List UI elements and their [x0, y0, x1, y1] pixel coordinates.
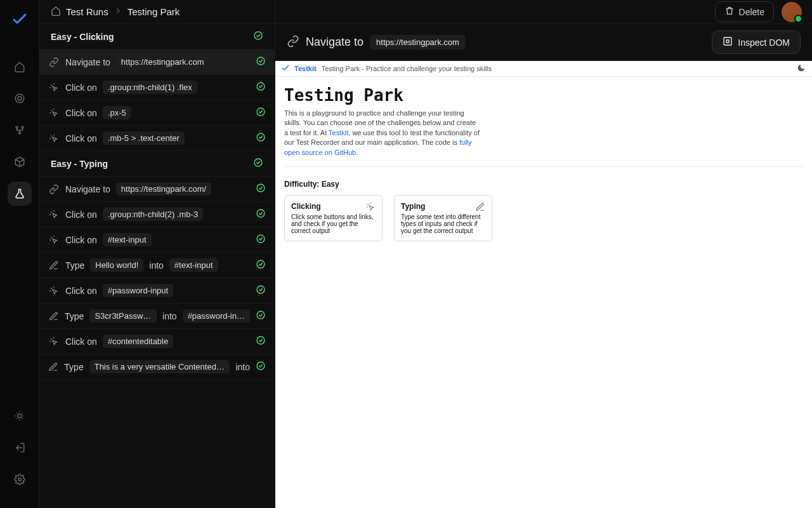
nav-flask-icon[interactable]: [8, 182, 32, 206]
step-row[interactable]: Click on.px-5: [39, 100, 275, 126]
step-group-header[interactable]: Easy - Typing: [39, 151, 275, 177]
click-icon: [365, 202, 376, 213]
step-arg: #password-input: [103, 284, 173, 297]
nav-home-icon[interactable]: [8, 55, 32, 79]
step-arg: This is a very versatile Contenteditable…: [89, 360, 230, 373]
nav-theme-icon[interactable]: [8, 404, 32, 428]
click-icon: [48, 235, 60, 245]
check-icon: [256, 361, 266, 373]
nav-icon: [48, 184, 60, 194]
current-step-verb: Navigate to: [306, 36, 363, 49]
svg-point-14: [257, 210, 265, 217]
inspect-dom-button[interactable]: Inspect DOM: [712, 30, 801, 54]
svg-point-12: [254, 159, 262, 166]
check-icon: [256, 107, 266, 119]
check-icon: [256, 259, 266, 271]
dark-mode-icon[interactable]: [797, 64, 806, 74]
preview-link-testkit[interactable]: Testkit: [329, 129, 348, 137]
nav-box-icon[interactable]: [8, 150, 32, 174]
click-icon: [48, 337, 60, 347]
link-icon: [287, 35, 299, 50]
svg-point-1: [18, 97, 22, 100]
step-row[interactable]: Navigate tohttps://testingpark.com/: [39, 177, 275, 202]
step-verb: Type: [64, 362, 83, 372]
check-icon: [256, 132, 266, 144]
check-icon: [256, 310, 266, 322]
card-title: Clicking: [291, 202, 376, 211]
breadcrumb-current: Testing Park: [128, 6, 180, 17]
type-icon: [48, 260, 60, 271]
step-row[interactable]: Click on.group:nth-child(2) .mb-3: [39, 202, 275, 227]
step-arg: https://testingpark.com/: [116, 182, 211, 196]
card-desc: Type some text into different types of i…: [401, 213, 485, 234]
breadcrumb-root[interactable]: Test Runs: [66, 6, 108, 17]
preview-panel: Delete Navigate to https://testingpark.c…: [275, 0, 812, 508]
step-group-header[interactable]: Easy - Clicking: [39, 24, 275, 50]
preview-brand: Testkit: [294, 65, 317, 72]
app-sidebar: [0, 0, 39, 508]
step-verb: Type: [65, 311, 84, 321]
step-verb: Type: [65, 260, 84, 271]
step-arg: #text-input: [103, 233, 152, 246]
step-row[interactable]: TypeS3cr3tPassw0rdinto#password-input: [39, 304, 275, 329]
current-step-bar: Navigate to https://testingpark.com Insp…: [275, 24, 812, 61]
delete-button[interactable]: Delete: [715, 1, 774, 22]
preview-header: Testkit Testing Park - Practice and chal…: [275, 61, 812, 77]
current-step-url: https://testingpark.com: [370, 35, 466, 50]
step-group-title: Easy - Typing: [51, 159, 108, 169]
step-verb: Click on: [65, 286, 97, 296]
preview-page-title: Testing Park - Practice and challenge yo…: [322, 65, 492, 72]
svg-point-9: [257, 83, 265, 90]
step-row[interactable]: Click on#text-input: [39, 227, 275, 253]
home-icon[interactable]: [51, 6, 61, 18]
delete-button-label: Delete: [739, 7, 764, 17]
step-arg: #contenteditable: [103, 335, 173, 348]
app-logo: [12, 11, 27, 29]
step-into-target: #password-input: [183, 309, 250, 323]
nav-branch-icon[interactable]: [8, 118, 32, 142]
step-verb: Click on: [65, 337, 97, 347]
check-icon: [256, 284, 266, 297]
inspect-dom-label: Inspect DOM: [738, 37, 790, 48]
check-icon: [256, 335, 266, 347]
card-desc: Click some buttons and links, and check …: [291, 213, 376, 234]
avatar[interactable]: [782, 2, 802, 22]
step-into-label: into: [149, 260, 164, 271]
step-arg: Hello world!: [90, 258, 143, 272]
step-row[interactable]: TypeHello world!into#text-input: [39, 253, 275, 278]
trash-icon: [724, 6, 735, 18]
nav-icon: [48, 57, 60, 67]
check-icon: [256, 81, 266, 93]
step-verb: Click on: [65, 235, 97, 245]
step-row[interactable]: Click on#password-input: [39, 278, 275, 304]
click-icon: [48, 133, 60, 144]
challenge-cards: ClickingClick some buttons and links, an…: [284, 195, 803, 241]
svg-point-11: [257, 133, 265, 141]
step-into-label: into: [162, 311, 177, 321]
svg-point-13: [257, 184, 265, 192]
svg-point-20: [257, 362, 265, 370]
challenge-card[interactable]: ClickingClick some buttons and links, an…: [284, 195, 383, 241]
card-title: Typing: [401, 202, 485, 211]
step-row[interactable]: Click on#contenteditable: [39, 329, 275, 354]
nav-target-icon[interactable]: [8, 86, 32, 110]
step-row[interactable]: Click on.mb-5 > .text-center: [39, 126, 275, 151]
step-row[interactable]: TypeThis is a very versatile Contentedit…: [39, 354, 275, 380]
nav-logout-icon[interactable]: [8, 436, 32, 460]
svg-point-0: [15, 94, 24, 103]
nav-settings-icon[interactable]: [8, 467, 32, 491]
click-icon: [48, 108, 60, 118]
checkmark-icon: [282, 64, 289, 73]
step-row[interactable]: Click on.group:nth-child(1) .flex: [39, 75, 275, 100]
check-icon: [253, 157, 263, 170]
steps-panel: Test Runs Testing Park Easy - ClickingNa…: [39, 0, 275, 508]
step-verb: Click on: [65, 83, 97, 93]
svg-point-6: [18, 478, 21, 481]
click-icon: [48, 210, 60, 220]
svg-point-8: [257, 57, 265, 65]
check-icon: [256, 183, 266, 195]
step-verb: Navigate to: [65, 57, 110, 67]
challenge-card[interactable]: TypingType some text into different type…: [394, 195, 492, 241]
step-into-label: into: [235, 362, 250, 372]
step-row[interactable]: Navigate tohttps://testingpark.com: [39, 50, 275, 75]
